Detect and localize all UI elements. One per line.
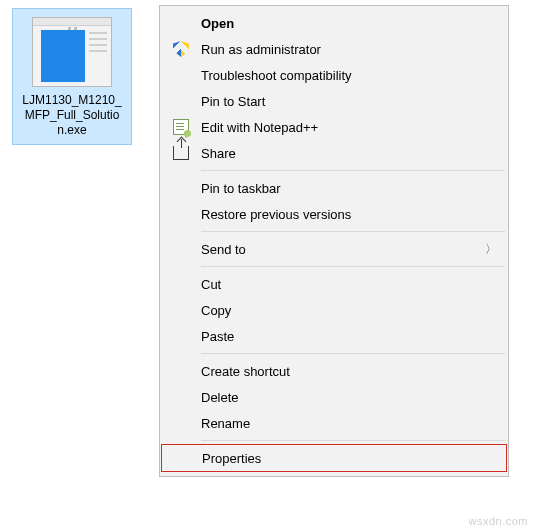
menu-item-copy[interactable]: Copy <box>161 297 507 323</box>
notepadpp-icon <box>161 119 201 135</box>
menu-item-share[interactable]: Share <box>161 140 507 166</box>
menu-item-send-to[interactable]: Send to 〉 <box>161 236 507 262</box>
menu-label: Rename <box>201 416 497 431</box>
menu-label: Open <box>201 16 497 31</box>
context-menu: Open Run as administrator Troubleshoot c… <box>159 5 509 477</box>
menu-label: Create shortcut <box>201 364 497 379</box>
menu-label: Cut <box>201 277 497 292</box>
menu-separator <box>201 170 505 171</box>
menu-item-troubleshoot[interactable]: Troubleshoot compatibility <box>161 62 507 88</box>
menu-separator <box>201 440 505 441</box>
menu-item-cut[interactable]: Cut <box>161 271 507 297</box>
menu-item-run-as-admin[interactable]: Run as administrator <box>161 36 507 62</box>
file-tile[interactable]: LJM1130_M1210_ MFP_Full_Solutio n.exe <box>12 8 132 145</box>
menu-separator <box>201 353 505 354</box>
menu-label: Share <box>201 146 497 161</box>
menu-item-pin-taskbar[interactable]: Pin to taskbar <box>161 175 507 201</box>
menu-label: Troubleshoot compatibility <box>201 68 497 83</box>
menu-item-paste[interactable]: Paste <box>161 323 507 349</box>
menu-item-create-shortcut[interactable]: Create shortcut <box>161 358 507 384</box>
menu-separator <box>201 231 505 232</box>
menu-item-delete[interactable]: Delete <box>161 384 507 410</box>
chevron-right-icon: 〉 <box>485 241 497 258</box>
shield-icon <box>161 41 201 57</box>
menu-label: Restore previous versions <box>201 207 497 222</box>
menu-item-properties[interactable]: Properties <box>161 444 507 472</box>
file-installer-icon <box>32 17 112 87</box>
menu-label: Pin to Start <box>201 94 497 109</box>
menu-label: Pin to taskbar <box>201 181 497 196</box>
menu-item-restore-versions[interactable]: Restore previous versions <box>161 201 507 227</box>
menu-item-pin-start[interactable]: Pin to Start <box>161 88 507 114</box>
menu-item-open[interactable]: Open <box>161 10 507 36</box>
menu-label: Send to <box>201 242 485 257</box>
menu-label: Paste <box>201 329 497 344</box>
menu-label: Run as administrator <box>201 42 497 57</box>
menu-item-edit-notepadpp[interactable]: Edit with Notepad++ <box>161 114 507 140</box>
menu-item-rename[interactable]: Rename <box>161 410 507 436</box>
watermark: wsxdn.com <box>468 515 528 527</box>
share-icon <box>161 146 201 160</box>
menu-label: Delete <box>201 390 497 405</box>
menu-label: Copy <box>201 303 497 318</box>
menu-label: Edit with Notepad++ <box>201 120 497 135</box>
menu-label: Properties <box>202 451 496 466</box>
menu-separator <box>201 266 505 267</box>
file-name-label: LJM1130_M1210_ MFP_Full_Solutio n.exe <box>15 93 129 138</box>
